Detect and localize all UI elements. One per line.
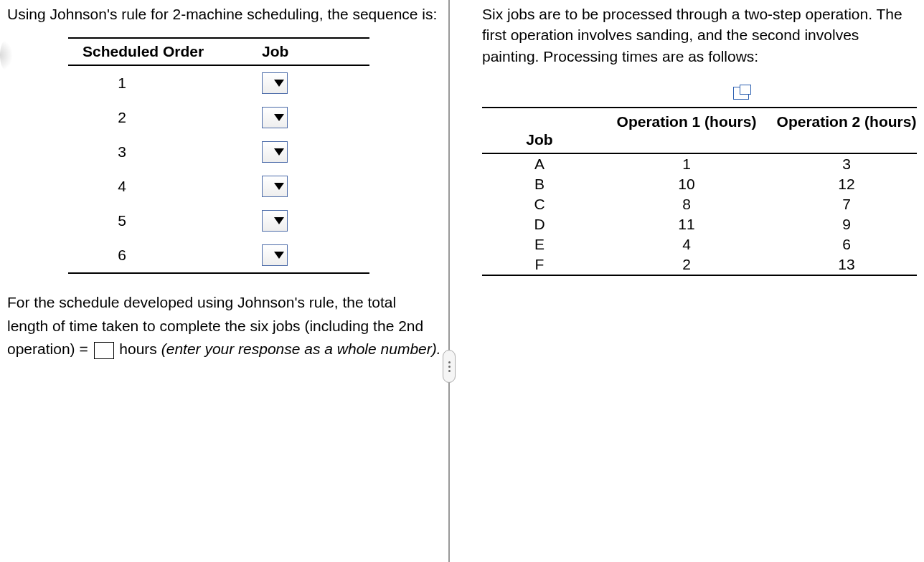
job-dropdown-5[interactable] bbox=[262, 210, 288, 232]
order-number: 1 bbox=[68, 75, 262, 92]
chevron-down-icon bbox=[274, 252, 284, 259]
table-row: F 2 13 bbox=[482, 254, 917, 275]
left-pane: Using Johnson's rule for 2-machine sched… bbox=[0, 0, 448, 562]
cell-op2: 7 bbox=[776, 194, 917, 214]
schedule-table-header: Scheduled Order Job bbox=[68, 37, 369, 66]
header-job: Job bbox=[262, 39, 369, 65]
page-shadow bbox=[0, 39, 13, 71]
order-number: 2 bbox=[68, 109, 262, 126]
total-time-input[interactable] bbox=[94, 342, 114, 359]
cell-job: E bbox=[482, 234, 597, 254]
header-job: Job bbox=[482, 108, 597, 153]
question-intro-left: Using Johnson's rule for 2-machine sched… bbox=[7, 4, 441, 24]
schedule-table: Scheduled Order Job 1 2 3 4 5 bbox=[68, 37, 369, 274]
cell-op2: 12 bbox=[776, 174, 917, 194]
job-dropdown-6[interactable] bbox=[262, 244, 288, 266]
cell-job: F bbox=[482, 254, 597, 275]
data-table-header: Job Operation 1 (hours) Operation 2 (hou… bbox=[482, 107, 917, 154]
chevron-down-icon bbox=[274, 183, 284, 190]
post-text-italic: (enter your response as a whole number). bbox=[161, 340, 441, 357]
header-operation-1: Operation 1 (hours) bbox=[597, 108, 776, 153]
table-row: E 4 6 bbox=[482, 234, 917, 254]
job-dropdown-2[interactable] bbox=[262, 107, 288, 128]
chevron-down-icon bbox=[274, 80, 284, 87]
cell-op2: 3 bbox=[776, 154, 917, 174]
table-row: D 11 9 bbox=[482, 214, 917, 234]
job-dropdown-4[interactable] bbox=[262, 176, 288, 197]
cell-op1: 1 bbox=[597, 154, 776, 174]
cell-op2: 6 bbox=[776, 234, 917, 254]
chevron-down-icon bbox=[274, 217, 284, 224]
header-scheduled-order: Scheduled Order bbox=[68, 39, 262, 65]
cell-op2: 9 bbox=[776, 214, 917, 234]
popout-icon[interactable] bbox=[733, 87, 749, 100]
order-number: 3 bbox=[68, 143, 262, 161]
order-number: 4 bbox=[68, 178, 262, 195]
schedule-row: 6 bbox=[68, 238, 369, 272]
order-number: 5 bbox=[68, 212, 262, 229]
cell-op1: 2 bbox=[597, 254, 776, 275]
post-text-hours: hours bbox=[116, 340, 161, 357]
cell-job: A bbox=[482, 154, 597, 174]
cell-job: B bbox=[482, 174, 597, 194]
header-operation-2: Operation 2 (hours) bbox=[776, 108, 917, 153]
processing-times-table: Job Operation 1 (hours) Operation 2 (hou… bbox=[482, 87, 917, 276]
pane-divider[interactable] bbox=[448, 0, 450, 562]
order-number: 6 bbox=[68, 247, 262, 264]
cell-op1: 10 bbox=[597, 174, 776, 194]
job-dropdown-3[interactable] bbox=[262, 141, 288, 163]
chevron-down-icon bbox=[274, 148, 284, 156]
schedule-row: 2 bbox=[68, 100, 369, 135]
schedule-row: 4 bbox=[68, 169, 369, 204]
table-row: A 1 3 bbox=[482, 154, 917, 174]
job-dropdown-1[interactable] bbox=[262, 72, 288, 94]
table-row: B 10 12 bbox=[482, 174, 917, 194]
table-row: C 8 7 bbox=[482, 194, 917, 214]
cell-op1: 4 bbox=[597, 234, 776, 254]
cell-job: D bbox=[482, 214, 597, 234]
chevron-down-icon bbox=[274, 114, 284, 121]
cell-job: C bbox=[482, 194, 597, 214]
cell-op1: 8 bbox=[597, 194, 776, 214]
schedule-row: 1 bbox=[68, 66, 369, 100]
schedule-row: 5 bbox=[68, 204, 369, 238]
cell-op2: 13 bbox=[776, 254, 917, 275]
question-post-text: For the schedule developed using Johnson… bbox=[7, 291, 441, 361]
divider-handle[interactable] bbox=[443, 350, 456, 383]
problem-intro-right: Six jobs are to be processed through a t… bbox=[482, 4, 917, 67]
schedule-row: 3 bbox=[68, 135, 369, 169]
right-pane: Six jobs are to be processed through a t… bbox=[450, 0, 924, 562]
cell-op1: 11 bbox=[597, 214, 776, 234]
